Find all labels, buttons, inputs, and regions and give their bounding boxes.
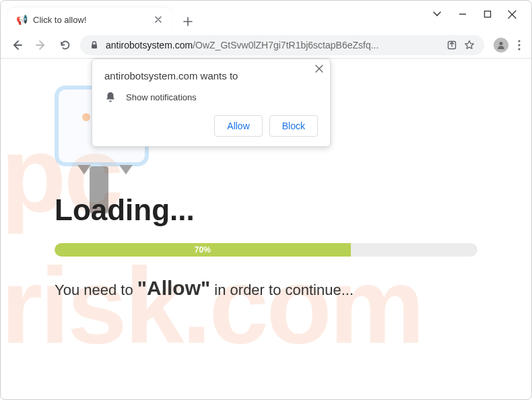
toolbar-right-icons	[490, 38, 525, 53]
tabs-area: 📢 Click to allow!	[1, 1, 198, 32]
svg-rect-0	[485, 11, 491, 18]
chevron-down-icon[interactable]	[432, 11, 442, 18]
allow-button[interactable]: Allow	[214, 115, 262, 137]
progress-bar: 70%	[55, 243, 351, 257]
url-path: /OwZ_GtSvw0lZH7gi7tR1bj6sctapB6eZsfq...	[193, 40, 378, 51]
megaphone-icon: 📢	[15, 13, 28, 26]
browser-toolbar: antirobotsystem.com/OwZ_GtSvw0lZH7gi7tR1…	[1, 32, 531, 59]
window-controls	[418, 1, 531, 28]
tab-title: Click to allow!	[33, 15, 147, 25]
close-icon[interactable]	[315, 65, 323, 73]
maximize-icon[interactable]	[484, 10, 492, 18]
block-button[interactable]: Block	[269, 115, 318, 137]
loading-heading: Loading...	[55, 193, 477, 227]
address-bar[interactable]: antirobotsystem.com/OwZ_GtSvw0lZH7gi7tR1…	[80, 35, 484, 55]
profile-avatar[interactable]	[494, 38, 508, 53]
svg-point-5	[518, 44, 520, 46]
star-icon[interactable]	[464, 40, 475, 51]
svg-point-4	[518, 40, 520, 42]
lock-icon	[90, 40, 99, 50]
browser-tab[interactable]: 📢 Click to allow!	[7, 7, 172, 32]
close-tab-icon[interactable]	[152, 13, 164, 26]
close-window-icon[interactable]	[508, 10, 517, 19]
notification-permission-popup: antirobotsystem.com wants to Show notifi…	[92, 59, 331, 147]
minimize-icon[interactable]	[458, 9, 467, 19]
instruction-text: You need to "Allow" in order to continue…	[55, 277, 477, 300]
back-button[interactable]	[7, 36, 26, 55]
kebab-menu-icon[interactable]	[518, 40, 521, 51]
share-icon[interactable]	[446, 40, 457, 51]
popup-headline: antirobotsystem.com wants to	[104, 70, 318, 81]
svg-rect-1	[92, 44, 97, 48]
url-text: antirobotsystem.com/OwZ_GtSvw0lZH7gi7tR1…	[106, 40, 440, 51]
reload-button[interactable]	[56, 36, 75, 55]
svg-point-3	[499, 41, 502, 44]
url-host: antirobotsystem.com	[106, 40, 193, 51]
instruction-before: You need to	[55, 281, 137, 298]
forward-button[interactable]	[32, 36, 51, 55]
instruction-quoted: "Allow"	[137, 277, 210, 299]
watermark-text: risk.com	[1, 244, 422, 368]
instruction-after: in order to continue...	[210, 281, 354, 298]
svg-point-6	[518, 48, 520, 50]
new-tab-button[interactable]	[178, 11, 198, 32]
popup-message: Show notifications	[126, 92, 197, 102]
bell-icon	[104, 91, 117, 103]
progress-track: 70%	[55, 243, 477, 257]
window-titlebar: 📢 Click to allow!	[1, 1, 531, 32]
